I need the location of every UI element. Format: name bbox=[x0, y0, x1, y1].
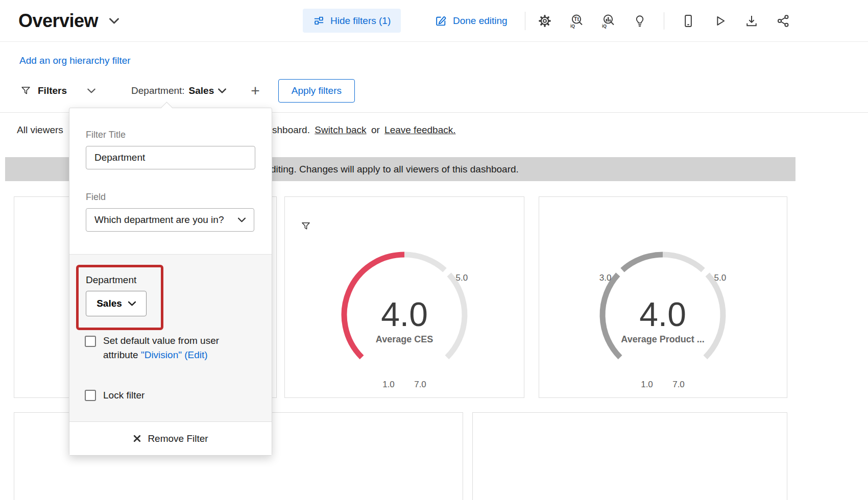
notice-or-text: or bbox=[371, 124, 380, 135]
share-button[interactable] bbox=[776, 13, 791, 29]
text-iq-icon: Tt iQ bbox=[569, 13, 584, 29]
settings-button[interactable] bbox=[537, 13, 552, 29]
field-select-value: Which department are you in? bbox=[94, 214, 224, 226]
svg-text:7.0: 7.0 bbox=[414, 380, 426, 389]
filters-chevron-icon[interactable] bbox=[87, 88, 95, 93]
add-filter-button[interactable]: + bbox=[248, 83, 263, 99]
widget-card-ces[interactable]: 5.0 1.0 7.0 4.0 Average CES bbox=[284, 196, 524, 398]
present-button[interactable] bbox=[712, 13, 728, 29]
highlight-annotation bbox=[76, 265, 163, 330]
svg-text:7.0: 7.0 bbox=[672, 380, 685, 389]
lightbulb-icon bbox=[633, 14, 647, 28]
filters-label: Filters bbox=[38, 85, 67, 96]
widget-filter-button[interactable] bbox=[298, 218, 314, 234]
svg-text:Tt: Tt bbox=[574, 16, 579, 22]
field-select[interactable]: Which department are you in? bbox=[86, 208, 254, 232]
widget-card-product[interactable]: 3.05.0 1.0 7.0 4.0 Average Product ... bbox=[539, 196, 787, 398]
filter-title-label: Filter Title bbox=[86, 130, 126, 140]
share-icon bbox=[776, 14, 790, 28]
notice-fragment: shboard. bbox=[272, 124, 310, 135]
viewer-notice-text: shboard. Switch back or Leave feedback. bbox=[272, 124, 458, 136]
leave-feedback-link[interactable]: Leave feedback. bbox=[384, 124, 455, 135]
svg-text:5.0: 5.0 bbox=[714, 273, 727, 283]
hide-filters-label: Hide filters (1) bbox=[330, 15, 391, 27]
editing-banner-text: diting. Changes will apply to all viewer… bbox=[271, 164, 519, 175]
svg-text:4.0: 4.0 bbox=[639, 295, 686, 333]
all-viewers-label: All viewers bbox=[17, 124, 63, 136]
svg-text:1.0: 1.0 bbox=[382, 380, 395, 389]
funnel-icon bbox=[301, 221, 311, 231]
toolbar-divider bbox=[525, 12, 525, 30]
gauge-chart-average-ces: 5.0 1.0 7.0 4.0 Average CES bbox=[323, 234, 486, 397]
svg-text:iQ: iQ bbox=[570, 23, 575, 28]
done-editing-label: Done editing bbox=[453, 15, 508, 27]
org-hierarchy-filter-link[interactable]: Add an org hierarchy filter bbox=[19, 55, 131, 66]
toolbar-icon-group: Tt iQ iQ bbox=[537, 0, 791, 41]
apply-filters-button[interactable]: Apply filters bbox=[278, 79, 355, 103]
edit-pencil-icon bbox=[435, 14, 447, 27]
insights-button[interactable] bbox=[632, 13, 647, 29]
popup-caret bbox=[160, 102, 173, 114]
filter-edit-popup: Filter Title Field Which department are … bbox=[69, 108, 272, 456]
top-toolbar: Overview Hide filters (1) Done edit bbox=[0, 0, 868, 42]
lock-filter-text: Lock filter bbox=[103, 390, 144, 401]
lock-filter-checkbox[interactable] bbox=[85, 390, 96, 401]
default-value-checkbox[interactable] bbox=[85, 336, 96, 347]
division-edit-link[interactable]: "Division" (Edit) bbox=[141, 349, 208, 360]
title-chevron-down-icon[interactable] bbox=[109, 18, 119, 24]
phone-icon bbox=[681, 14, 695, 28]
hide-filters-button[interactable]: Hide filters (1) bbox=[303, 9, 401, 33]
gauge-chart-average-product: 3.05.0 1.0 7.0 4.0 Average Product ... bbox=[581, 234, 744, 397]
text-iq-button[interactable]: Tt iQ bbox=[569, 13, 584, 29]
gear-icon bbox=[538, 14, 552, 28]
department-filter-chip[interactable]: Department: Sales bbox=[131, 85, 226, 96]
export-button[interactable] bbox=[744, 13, 759, 29]
play-icon bbox=[713, 14, 727, 28]
stats-iq-icon: iQ bbox=[600, 13, 616, 29]
svg-text:5.0: 5.0 bbox=[456, 273, 468, 283]
funnel-icon bbox=[20, 85, 31, 96]
filter-chip-value: Sales bbox=[189, 85, 214, 96]
svg-text:4.0: 4.0 bbox=[381, 295, 428, 333]
filters-toolbar: Filters Department: Sales + Apply filter… bbox=[20, 79, 355, 103]
svg-text:1.0: 1.0 bbox=[641, 380, 653, 389]
chevron-down-icon bbox=[218, 88, 226, 93]
widget-card-5[interactable] bbox=[472, 412, 787, 500]
remove-x-icon bbox=[133, 434, 141, 443]
field-label: Field bbox=[86, 192, 106, 203]
mobile-preview-button[interactable] bbox=[681, 13, 696, 29]
toolbar-divider bbox=[664, 12, 664, 30]
svg-text:3.0: 3.0 bbox=[599, 273, 612, 283]
lock-filter-label: Lock filter bbox=[103, 388, 237, 403]
svg-text:iQ: iQ bbox=[602, 23, 607, 28]
filter-sliders-icon bbox=[313, 15, 325, 27]
svg-text:Average Product ...: Average Product ... bbox=[621, 334, 704, 344]
remove-filter-label: Remove Filter bbox=[148, 433, 208, 444]
dashboard-title-menu[interactable]: Overview bbox=[18, 0, 119, 41]
dashboard-page: Overview Hide filters (1) Done edit bbox=[0, 0, 868, 500]
switch-back-link[interactable]: Switch back bbox=[315, 124, 366, 135]
filter-title-input[interactable] bbox=[86, 146, 255, 169]
done-editing-button[interactable]: Done editing bbox=[431, 9, 511, 33]
download-icon bbox=[744, 14, 759, 28]
chevron-down-icon bbox=[238, 217, 246, 222]
default-value-label: Set default value from user attribute "D… bbox=[103, 334, 237, 362]
page-title: Overview bbox=[18, 10, 98, 32]
stats-iq-button[interactable]: iQ bbox=[600, 13, 616, 29]
remove-filter-button[interactable]: Remove Filter bbox=[69, 421, 272, 455]
filter-chip-name: Department: bbox=[131, 85, 185, 96]
svg-text:Average CES: Average CES bbox=[376, 334, 433, 344]
